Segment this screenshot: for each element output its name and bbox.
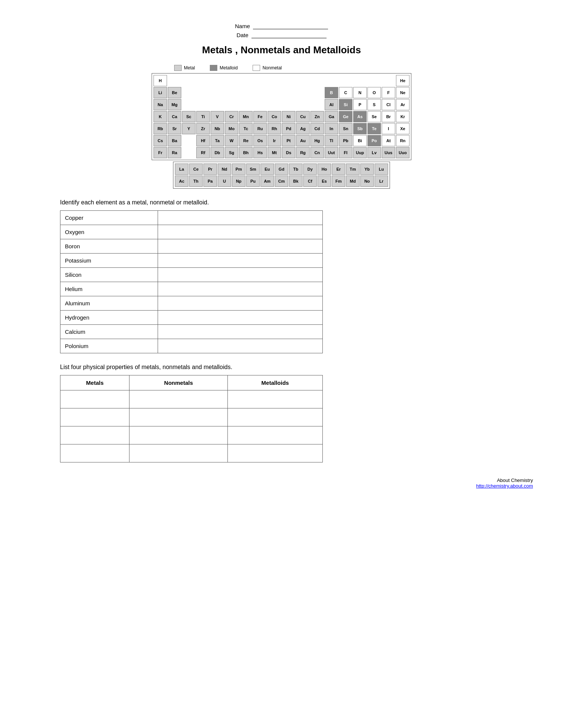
properties-answer-cell[interactable] bbox=[60, 444, 129, 462]
identify-table-row: Potassium bbox=[60, 254, 323, 268]
element-name-cell: Polonium bbox=[60, 339, 158, 353]
empty-cell bbox=[310, 87, 324, 98]
footer: About Chemistry http://chemistry.about.c… bbox=[30, 477, 533, 489]
empty-cell bbox=[353, 75, 367, 86]
element-I: I bbox=[382, 123, 395, 134]
empty-cell bbox=[211, 75, 224, 86]
element-Rg: Rg bbox=[296, 147, 310, 158]
element-Nd: Nd bbox=[218, 164, 231, 175]
element-C: C bbox=[339, 87, 352, 98]
element-Be: Be bbox=[168, 87, 181, 98]
properties-answer-cell[interactable] bbox=[129, 390, 228, 408]
element-Tm: Tm bbox=[346, 164, 360, 175]
element-Ho: Ho bbox=[318, 164, 331, 175]
element-Sr: Sr bbox=[168, 123, 181, 134]
element-Hf: Hf bbox=[196, 135, 210, 146]
identify-table-row: Polonium bbox=[60, 339, 323, 353]
element-Sg: Sg bbox=[225, 147, 238, 158]
empty-cell bbox=[310, 75, 324, 86]
footer-link[interactable]: http://chemistry.about.com bbox=[476, 483, 533, 489]
element-Rn: Rn bbox=[396, 135, 409, 146]
properties-answer-cell[interactable] bbox=[129, 426, 228, 444]
element-H: H bbox=[154, 75, 167, 86]
element-name-cell: Oxygen bbox=[60, 225, 158, 239]
properties-answer-cell[interactable] bbox=[129, 408, 228, 426]
properties-answer-cell[interactable] bbox=[227, 390, 322, 408]
element-Tb: Tb bbox=[289, 164, 303, 175]
properties-answer-cell[interactable] bbox=[227, 408, 322, 426]
element-B: B bbox=[325, 87, 338, 98]
element-Ru: Ru bbox=[253, 123, 267, 134]
element-Pb: Pb bbox=[339, 135, 352, 146]
element-name-cell: Potassium bbox=[60, 254, 158, 268]
element-Ta: Ta bbox=[211, 135, 224, 146]
element-Y: Y bbox=[182, 123, 196, 134]
identify-table-row: Aluminum bbox=[60, 296, 323, 311]
element-Yb: Yb bbox=[360, 164, 374, 175]
legend-metal-box bbox=[174, 65, 182, 71]
lanthanide-actinide-section: LaCePrNdPmSmEuGdTbDyHoErTmYbLuAcThPaUNpP… bbox=[152, 162, 411, 189]
element-answer-cell[interactable] bbox=[158, 296, 322, 311]
identify-table-row: Hydrogen bbox=[60, 311, 323, 325]
legend-metalloid-box bbox=[210, 65, 217, 71]
properties-instruction: List four physical properties of metals,… bbox=[60, 364, 533, 371]
element-Cm: Cm bbox=[275, 176, 288, 187]
properties-answer-cell[interactable] bbox=[60, 390, 129, 408]
element-Kr: Kr bbox=[396, 111, 409, 122]
element-answer-cell[interactable] bbox=[158, 254, 322, 268]
element-Ge: Ge bbox=[339, 111, 352, 122]
element-Mo: Mo bbox=[225, 123, 238, 134]
element-Db: Db bbox=[211, 147, 224, 158]
date-underline[interactable] bbox=[251, 32, 327, 38]
element-Mn: Mn bbox=[239, 111, 253, 122]
legend-metalloid: Metalloid bbox=[210, 65, 238, 71]
element-W: W bbox=[225, 135, 238, 146]
element-answer-cell[interactable] bbox=[158, 225, 322, 239]
element-Cn: Cn bbox=[310, 147, 324, 158]
properties-table-row bbox=[60, 390, 323, 408]
element-answer-cell[interactable] bbox=[158, 311, 322, 325]
identify-table-row: Helium bbox=[60, 282, 323, 296]
element-Cl: Cl bbox=[382, 99, 395, 110]
legend-metalloid-label: Metalloid bbox=[220, 65, 238, 71]
empty-cell bbox=[382, 75, 395, 86]
element-answer-cell[interactable] bbox=[158, 211, 322, 225]
element-Ga: Ga bbox=[325, 111, 338, 122]
element-Er: Er bbox=[332, 164, 345, 175]
properties-answer-cell[interactable] bbox=[227, 426, 322, 444]
element-answer-cell[interactable] bbox=[158, 325, 322, 339]
element-At: At bbox=[382, 135, 395, 146]
element-answer-cell[interactable] bbox=[158, 239, 322, 254]
metalloids-header: Metalloids bbox=[227, 375, 322, 390]
element-answer-cell[interactable] bbox=[158, 282, 322, 296]
date-label: Date bbox=[236, 32, 248, 38]
properties-answer-cell[interactable] bbox=[129, 444, 228, 462]
empty-cell bbox=[239, 99, 253, 110]
element-Os: Os bbox=[253, 135, 267, 146]
element-Ni: Ni bbox=[282, 111, 295, 122]
empty-cell bbox=[211, 99, 224, 110]
element-answer-cell[interactable] bbox=[158, 268, 322, 282]
properties-answer-cell[interactable] bbox=[227, 444, 322, 462]
empty-cell bbox=[182, 135, 196, 146]
element-Md: Md bbox=[346, 176, 360, 187]
element-Xe: Xe bbox=[396, 123, 409, 134]
element-Bk: Bk bbox=[289, 176, 303, 187]
properties-answer-cell[interactable] bbox=[60, 408, 129, 426]
element-Mg: Mg bbox=[168, 99, 181, 110]
element-Pm: Pm bbox=[232, 164, 245, 175]
element-Na: Na bbox=[154, 99, 167, 110]
element-Gd: Gd bbox=[275, 164, 288, 175]
element-answer-cell[interactable] bbox=[158, 339, 322, 353]
element-Fe: Fe bbox=[253, 111, 267, 122]
element-Ds: Ds bbox=[282, 147, 295, 158]
element-Np: Np bbox=[232, 176, 245, 187]
name-underline[interactable] bbox=[253, 23, 328, 29]
element-V: V bbox=[211, 111, 224, 122]
element-Ar: Ar bbox=[396, 99, 409, 110]
element-name-cell: Boron bbox=[60, 239, 158, 254]
element-La: La bbox=[175, 164, 188, 175]
element-Pr: Pr bbox=[203, 164, 217, 175]
name-label: Name bbox=[235, 23, 250, 29]
properties-answer-cell[interactable] bbox=[60, 426, 129, 444]
